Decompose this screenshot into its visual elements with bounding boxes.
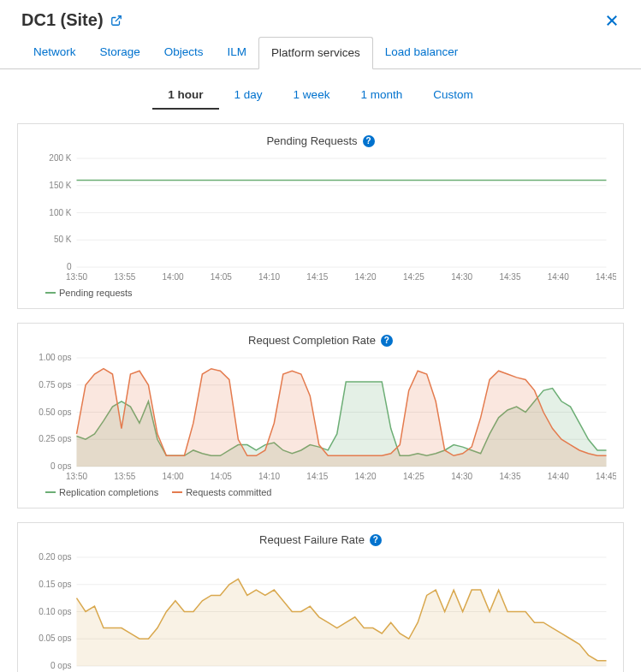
time-custom[interactable]: Custom (418, 81, 489, 110)
svg-text:14:40: 14:40 (548, 272, 569, 282)
svg-text:14:05: 14:05 (211, 472, 232, 481)
svg-text:0 ops: 0 ops (50, 661, 71, 670)
external-link-icon[interactable] (110, 15, 122, 27)
chart-legend: Pending requests (25, 282, 616, 298)
help-icon[interactable]: ? (381, 335, 393, 347)
close-icon[interactable] (604, 13, 620, 28)
legend-item: Pending requests (45, 288, 133, 298)
legend-label: Pending requests (59, 288, 133, 298)
chart-title: Request Failure Rate? (25, 530, 616, 553)
chart-request-failure-rate: Request Failure Rate?0 ops0.05 ops0.10 o… (17, 522, 624, 672)
svg-text:0.20 ops: 0.20 ops (39, 553, 71, 562)
svg-text:14:25: 14:25 (403, 272, 424, 282)
svg-text:14:00: 14:00 (163, 472, 184, 481)
legend-label: Replication completions (59, 487, 158, 497)
svg-text:14:35: 14:35 (499, 472, 520, 481)
svg-text:0.10 ops: 0.10 ops (39, 607, 71, 616)
legend-label: Requests committed (186, 487, 271, 497)
svg-text:0.25 ops: 0.25 ops (39, 434, 71, 443)
svg-text:13:55: 13:55 (114, 472, 135, 481)
svg-text:0.75 ops: 0.75 ops (39, 380, 71, 390)
time-range-row: 1 hour1 day1 week1 monthCustom (0, 69, 641, 118)
title-text: DC1 (Site) (21, 10, 104, 30)
svg-text:14:00: 14:00 (163, 272, 184, 282)
time-1-hour[interactable]: 1 hour (152, 81, 218, 110)
chart-title: Request Completion Rate? (25, 330, 616, 354)
svg-text:13:55: 13:55 (114, 272, 135, 282)
svg-text:14:10: 14:10 (258, 472, 280, 481)
time-1-week[interactable]: 1 week (278, 81, 346, 110)
chart-plot: 0 ops0.25 ops0.50 ops0.75 ops1.00 ops13:… (25, 354, 616, 482)
help-icon[interactable]: ? (370, 534, 382, 546)
svg-text:14:20: 14:20 (355, 272, 377, 282)
tab-platform-services[interactable]: Platform services (258, 37, 373, 69)
tab-bar: NetworkStorageObjectsILMPlatform service… (0, 37, 641, 69)
chart-title-text: Request Completion Rate (248, 334, 376, 347)
legend-item: Requests committed (172, 487, 271, 497)
chart-plot: 0 ops0.05 ops0.10 ops0.15 ops0.20 ops13:… (25, 553, 616, 672)
svg-text:100 K: 100 K (49, 208, 71, 217)
svg-text:0.15 ops: 0.15 ops (39, 580, 71, 589)
svg-text:14:45: 14:45 (596, 272, 616, 282)
chart-plot: 050 K100 K150 K200 K13:5013:5514:0014:05… (25, 154, 616, 282)
chart-title-text: Request Failure Rate (259, 533, 365, 546)
tab-objects[interactable]: Objects (152, 37, 216, 68)
chart-pending-requests: Pending Requests?050 K100 K150 K200 K13:… (17, 123, 624, 309)
time-1-month[interactable]: 1 month (345, 81, 418, 110)
svg-text:14:15: 14:15 (306, 472, 328, 481)
legend-swatch (45, 292, 56, 294)
tab-network[interactable]: Network (21, 37, 88, 68)
svg-text:50 K: 50 K (54, 235, 72, 244)
time-1-day[interactable]: 1 day (219, 81, 278, 110)
header: DC1 (Site) (0, 0, 641, 37)
chart-title: Pending Requests? (25, 131, 616, 154)
svg-text:0.05 ops: 0.05 ops (39, 633, 71, 643)
chart-legend: Replication completionsRequests committe… (25, 482, 616, 497)
svg-text:13:50: 13:50 (66, 272, 87, 282)
svg-text:14:25: 14:25 (403, 472, 424, 481)
svg-text:14:15: 14:15 (306, 272, 328, 282)
help-icon[interactable]: ? (363, 135, 375, 147)
svg-text:13:50: 13:50 (66, 472, 87, 481)
page-title: DC1 (Site) (21, 10, 122, 30)
legend-item: Replication completions (45, 487, 158, 497)
chart-request-completion-rate: Request Completion Rate?0 ops0.25 ops0.5… (17, 323, 624, 508)
svg-text:14:35: 14:35 (499, 272, 520, 282)
svg-text:0 ops: 0 ops (50, 461, 71, 471)
svg-text:150 K: 150 K (49, 181, 71, 190)
svg-text:0.50 ops: 0.50 ops (39, 407, 71, 417)
svg-text:14:30: 14:30 (451, 472, 472, 481)
svg-text:14:05: 14:05 (211, 272, 232, 282)
svg-text:14:20: 14:20 (355, 472, 377, 481)
svg-text:14:30: 14:30 (451, 272, 472, 282)
chart-title-text: Pending Requests (266, 134, 357, 147)
svg-text:1.00 ops: 1.00 ops (39, 354, 71, 362)
svg-text:14:40: 14:40 (548, 472, 569, 481)
svg-text:200 K: 200 K (49, 154, 71, 163)
tab-load-balancer[interactable]: Load balancer (373, 37, 471, 68)
svg-text:14:10: 14:10 (258, 272, 280, 282)
svg-line-0 (115, 15, 120, 21)
tab-ilm[interactable]: ILM (216, 37, 259, 68)
tab-storage[interactable]: Storage (88, 37, 152, 68)
legend-swatch (172, 491, 182, 493)
svg-text:14:45: 14:45 (596, 472, 616, 481)
svg-text:0: 0 (67, 262, 72, 271)
legend-swatch (45, 491, 56, 493)
